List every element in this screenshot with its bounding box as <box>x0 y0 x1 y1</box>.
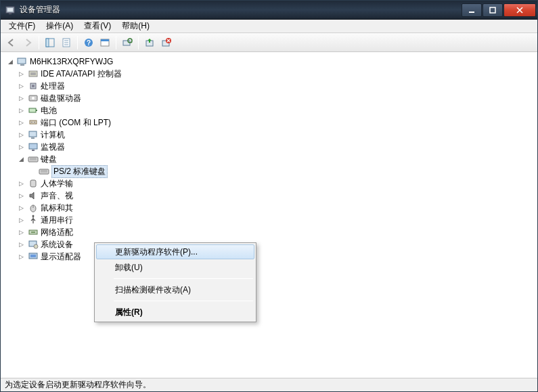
window-title: 设备管理器 <box>20 4 461 16</box>
svg-rect-15 <box>123 41 130 45</box>
svg-rect-2 <box>9 14 12 14</box>
help-button[interactable]: ? <box>81 35 96 50</box>
svg-text:?: ? <box>87 39 91 47</box>
svg-rect-51 <box>31 232 35 233</box>
expand-icon[interactable]: ▷ <box>17 118 25 127</box>
expand-icon[interactable]: ▷ <box>17 240 25 248</box>
svg-point-49 <box>32 215 35 217</box>
collapse-icon[interactable]: ◢ <box>6 58 14 66</box>
tree-item[interactable]: ▷人体学输 <box>16 177 537 190</box>
ctx-properties[interactable]: 属性(R) <box>96 304 254 320</box>
tree-item[interactable]: ▷电池 <box>16 104 537 116</box>
expand-icon[interactable]: ▷ <box>17 253 25 261</box>
window-controls <box>461 3 536 17</box>
tree-item[interactable]: ▷网络适配 <box>16 226 537 238</box>
svg-rect-36 <box>29 131 37 137</box>
maximize-button[interactable] <box>483 3 503 17</box>
expand-icon[interactable]: ▷ <box>17 82 25 90</box>
cpu-icon <box>28 81 39 91</box>
expand-icon[interactable]: ▷ <box>17 143 25 151</box>
ctx-scan-hardware[interactable]: 扫描检测硬件改动(A) <box>96 282 254 298</box>
toolbar: ? <box>1 33 537 52</box>
battery-icon <box>28 105 39 116</box>
svg-rect-28 <box>32 85 35 87</box>
app-icon <box>5 5 16 16</box>
tree-item[interactable]: ▷计算机 <box>16 129 537 141</box>
network-icon <box>28 227 39 238</box>
update-driver-button[interactable] <box>142 35 157 50</box>
svg-rect-23 <box>18 58 26 64</box>
port-icon <box>28 117 39 128</box>
statusbar: 为选定设备启动更新驱动程序软件向导。 <box>1 378 537 391</box>
sound-icon <box>28 190 39 201</box>
svg-rect-14 <box>101 39 109 41</box>
expand-icon[interactable]: ▷ <box>17 131 25 139</box>
expand-icon[interactable]: ▷ <box>17 106 25 114</box>
expand-icon[interactable]: ▷ <box>17 216 25 224</box>
content-area: ◢ M6HK13RXQRFYWJG ▷IDE ATA/ATAPI 控制器 ▷处理… <box>1 52 537 378</box>
menu-action[interactable]: 操作(A) <box>41 19 79 33</box>
device-tree[interactable]: ◢ M6HK13RXQRFYWJG ▷IDE ATA/ATAPI 控制器 ▷处理… <box>1 53 537 263</box>
disk-icon <box>28 93 39 104</box>
titlebar[interactable]: 设备管理器 <box>1 1 537 20</box>
show-hide-tree-button[interactable] <box>43 35 58 50</box>
menubar: 文件(F) 操作(A) 查看(V) 帮助(H) <box>1 20 537 33</box>
close-button[interactable] <box>503 3 536 17</box>
tree-item[interactable]: ▷IDE ATA/ATAPI 控制器 <box>16 68 537 80</box>
monitor-icon <box>28 141 39 152</box>
tree-item[interactable]: ▷监视器 <box>16 141 537 153</box>
menu-file[interactable]: 文件(F) <box>3 19 41 33</box>
collapse-icon[interactable]: ◢ <box>17 155 25 163</box>
tree-item-keyboard[interactable]: ◢键盘 <box>16 153 537 165</box>
action-button[interactable] <box>97 35 112 50</box>
back-button[interactable] <box>4 35 19 50</box>
window-frame: 设备管理器 文件(F) 操作(A) 查看(V) 帮助(H) <box>0 0 538 392</box>
tree-item[interactable]: ▷鼠标和其 <box>16 202 537 214</box>
toolbar-separator <box>77 36 78 49</box>
svg-rect-4 <box>490 7 495 13</box>
expand-icon[interactable]: ▷ <box>17 179 25 188</box>
menu-view[interactable]: 查看(V) <box>79 19 116 33</box>
mouse-icon <box>28 202 39 213</box>
keyboard-icon <box>39 166 49 177</box>
expand-icon[interactable]: ▷ <box>17 94 25 102</box>
svg-rect-1 <box>7 8 13 12</box>
usb-icon <box>28 215 39 225</box>
computer-icon <box>28 129 39 140</box>
svg-rect-3 <box>469 12 474 13</box>
toolbar-separator <box>138 36 139 49</box>
tree-item[interactable]: ▷磁盘驱动器 <box>16 92 537 104</box>
ctx-uninstall[interactable]: 卸载(U) <box>96 259 254 276</box>
expand-icon[interactable]: ▷ <box>17 228 25 236</box>
computer-root-icon <box>17 56 28 67</box>
ctx-update-driver[interactable]: 更新驱动程序软件(P)... <box>96 244 254 259</box>
svg-rect-46 <box>30 180 36 187</box>
menu-help[interactable]: 帮助(H) <box>116 19 155 33</box>
hid-icon <box>28 178 39 189</box>
tree-item-ps2-keyboard[interactable]: PS/2 标准键盘 <box>26 165 537 177</box>
tree-root-label: M6HK13RXQRFYWJG <box>30 57 113 66</box>
expand-icon[interactable]: ▷ <box>17 192 25 200</box>
expand-icon[interactable]: ▷ <box>17 204 25 212</box>
svg-point-34 <box>31 122 32 123</box>
selected-device-label: PS/2 标准键盘 <box>51 165 108 178</box>
tree-item[interactable]: ▷端口 (COM 和 LPT) <box>16 116 537 129</box>
expand-icon[interactable]: ▷ <box>17 70 25 78</box>
forward-button[interactable] <box>20 35 35 50</box>
display-icon <box>28 251 39 262</box>
context-menu-separator <box>114 301 253 301</box>
scan-hardware-button[interactable] <box>120 35 135 50</box>
tree-item[interactable]: ▷通用串行 <box>16 214 537 226</box>
uninstall-button[interactable] <box>158 35 173 50</box>
tree-item[interactable]: ▷声音、视 <box>16 190 537 202</box>
svg-rect-32 <box>36 110 37 111</box>
context-menu: 更新驱动程序软件(P)... 卸载(U) 扫描检测硬件改动(A) 属性(R) <box>94 242 256 322</box>
svg-point-53 <box>34 244 38 248</box>
svg-rect-33 <box>30 121 37 124</box>
svg-rect-55 <box>30 255 36 257</box>
tree-root[interactable]: ◢ M6HK13RXQRFYWJG <box>5 56 537 68</box>
svg-rect-37 <box>31 137 35 139</box>
tree-item[interactable]: ▷处理器 <box>16 80 537 92</box>
properties-button[interactable] <box>59 35 74 50</box>
minimize-button[interactable] <box>462 3 482 17</box>
